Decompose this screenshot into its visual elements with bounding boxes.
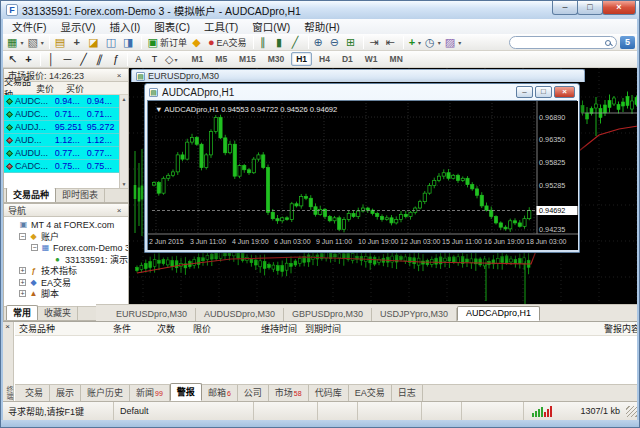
navigator-tree-item[interactable]: − ▦ Forex.com-Demo 3 [4, 242, 128, 254]
chart-tab[interactable]: AUDCADpro,H1 [457, 306, 540, 321]
tree-expander-icon[interactable]: + [19, 267, 26, 274]
column-header[interactable]: 限价 [189, 322, 257, 335]
market-watch-row[interactable]: AUD... 1.12... 1.12... [4, 134, 119, 147]
maximize-button[interactable]: □ [577, 1, 603, 15]
candlestick-chart[interactable]: 0.968900.963500.958250.952850.942352 Jun… [148, 101, 578, 250]
new-chart-button[interactable]: ▦▾ [5, 35, 25, 50]
metaeditor-button[interactable]: ◆ [190, 35, 206, 50]
periods-button[interactable]: ◷▾ [423, 35, 443, 50]
tree-expander-icon[interactable]: − [31, 244, 38, 251]
text-tool[interactable]: A [131, 52, 147, 67]
close-button[interactable]: × [554, 86, 575, 98]
fibonacci-tool[interactable]: ƒ [108, 52, 124, 67]
menu-item[interactable]: 窗口(W) [245, 19, 297, 34]
terminal-tab[interactable]: 交易 [19, 385, 50, 401]
horizontal-line-tool[interactable]: ─ [60, 52, 76, 67]
close-icon[interactable]: × [114, 71, 124, 80]
terminal-tab[interactable]: 市场58 [269, 385, 309, 401]
terminal-tab[interactable]: 公司 [238, 385, 269, 401]
terminal-tab[interactable]: EA交易 [349, 385, 392, 401]
close-icon[interactable]: × [2, 322, 13, 331]
column-header[interactable]: 卖价 [36, 82, 66, 95]
market-watch-toggle[interactable]: ▤ [53, 35, 70, 50]
navigator-tree-item[interactable]: + ◆ EA交易 [4, 277, 128, 289]
timeframe-button[interactable]: M15 [234, 52, 261, 66]
timeframe-button[interactable]: M5 [210, 52, 232, 66]
scroll-up-icon[interactable]: ▲ [122, 96, 127, 102]
tree-expander-icon[interactable]: − [19, 233, 26, 240]
timeframe-button[interactable]: D1 [337, 52, 358, 66]
market-watch-tab[interactable]: 交易品种 [6, 187, 56, 202]
chart-tab[interactable]: AUDUSDpro,M30 [196, 308, 284, 321]
navigator-tab[interactable]: 常用 [6, 305, 38, 320]
timeframe-button[interactable]: MN [385, 52, 408, 66]
strategy-tester-toggle[interactable]: ◨ [121, 35, 138, 50]
bar-chart-mode-button[interactable]: ∥ [257, 35, 273, 50]
terminal-tab[interactable]: 日志 [392, 385, 423, 401]
column-header[interactable]: 买价 [66, 82, 84, 95]
tile-windows-button[interactable]: ⊞ [344, 35, 360, 50]
market-watch-columns[interactable]: 交易品种卖价买价 [4, 82, 128, 95]
line-chart-mode-button[interactable]: ╱ [289, 35, 305, 50]
chart-shift-button[interactable]: ⇤ [383, 35, 399, 50]
menu-item[interactable]: 显示(V) [53, 19, 102, 34]
alerts-column-headers[interactable]: 交易品种条件次数限价维持时间到期时间警报内容 [15, 322, 640, 336]
menu-item[interactable]: 文件(F) [5, 19, 53, 34]
status-profile[interactable]: Default [114, 402, 254, 420]
navigator-tree-item[interactable]: + ƒ 技术指标 [4, 265, 128, 277]
tree-expander-icon[interactable]: + [19, 279, 26, 286]
terminal-tab[interactable]: 账户历史 [81, 385, 130, 401]
terminal-tab[interactable]: 邮箱6 [202, 385, 238, 401]
close-icon[interactable]: × [114, 206, 124, 215]
navigator-tree-item[interactable]: ▣ MT 4 at FOREX.com [4, 219, 128, 231]
chart-tab[interactable]: EURUSDpro,M30 [108, 308, 196, 321]
data-window-toggle[interactable]: + [70, 35, 86, 50]
chart-tab[interactable]: USDJPYpro,M30 [372, 308, 457, 321]
market-watch-row[interactable]: AUDU... 0.77... 0.77... [4, 147, 119, 160]
column-header[interactable]: 条件 [109, 322, 153, 335]
close-button[interactable]: × [602, 1, 636, 15]
tree-expander-icon[interactable]: + [19, 290, 26, 297]
alerts-table-body[interactable] [15, 336, 640, 384]
timeframe-button[interactable]: H1 [291, 52, 312, 66]
terminal-tab[interactable]: 代码库 [309, 385, 349, 401]
market-watch-row[interactable]: AUDC... 0.71... 0.71... [4, 108, 119, 121]
zoom-out-button[interactable]: ⊖ [328, 35, 344, 50]
new-order-button[interactable]: ▣新订单 [145, 35, 189, 50]
navigator-toggle[interactable]: ◪ [86, 35, 103, 50]
column-header[interactable]: 警报内容 [600, 322, 640, 335]
navigator-tree-item[interactable]: − ◆ 账户 [4, 231, 128, 243]
templates-button[interactable]: ▨▾ [443, 35, 463, 50]
menu-item[interactable]: 工具(T) [197, 19, 245, 34]
title-bar[interactable]: F 33133591: Forex.com-Demo 3 - 模拟帐户 - AU… [1, 1, 639, 19]
chart-tab[interactable]: GBPUSDpro,M30 [284, 308, 372, 321]
scroll-down-icon[interactable]: ▼ [122, 181, 127, 187]
timeframe-button[interactable]: M1 [186, 52, 208, 66]
background-chart-window-title[interactable]: ▤ EURUSDpro,M30 [131, 69, 585, 82]
timeframe-button[interactable]: M30 [263, 52, 290, 66]
text-label-tool[interactable]: T [147, 52, 163, 67]
indicators-button[interactable]: +▾ [407, 35, 423, 50]
menu-item[interactable]: 帮助(H) [297, 19, 347, 34]
menu-item[interactable]: 图表(C) [147, 19, 197, 34]
resize-grip[interactable] [626, 406, 637, 417]
timeframe-button[interactable]: W1 [360, 52, 383, 66]
zoom-in-button[interactable]: ⊕ [312, 35, 328, 50]
terminal-toggle[interactable]: ◫ [104, 35, 121, 50]
menu-item[interactable]: 插入(I) [102, 19, 147, 34]
column-header[interactable]: 次数 [153, 322, 189, 335]
market-watch-row[interactable]: AUDC... 0.94... 0.94... [4, 95, 119, 108]
profiles-button[interactable]: ▧▾ [25, 35, 45, 50]
navigator-tab[interactable]: 收藏夹 [38, 306, 78, 320]
navigator-tree-item[interactable]: + ▲ 脚本 [4, 288, 128, 300]
channel-tool[interactable]: ∥ [92, 52, 108, 67]
column-header[interactable]: 到期时间 [301, 322, 600, 335]
vertical-line-tool[interactable]: │ [44, 52, 60, 67]
minimize-button[interactable]: – [516, 86, 533, 98]
terminal-tab[interactable]: 展示 [50, 385, 81, 401]
terminal-tab[interactable]: 警报 [170, 383, 202, 401]
auto-scroll-button[interactable]: ⇥ [367, 35, 383, 50]
candlestick-mode-button[interactable]: ▮ [273, 35, 289, 50]
market-watch-row[interactable]: CADC... 0.75... 0.75... [4, 160, 119, 173]
market-watch-tab[interactable]: 即时图表 [56, 188, 105, 202]
